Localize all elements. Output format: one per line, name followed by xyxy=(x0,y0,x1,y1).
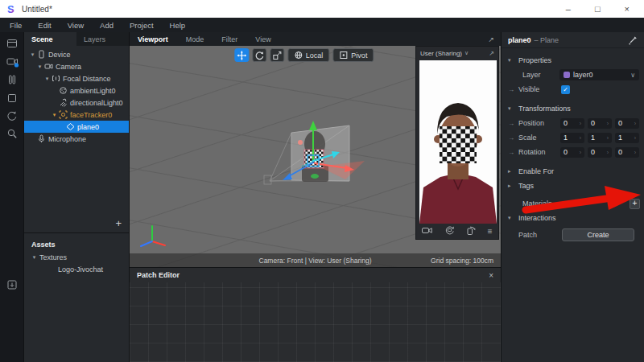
create-patch-button[interactable]: Create xyxy=(562,228,634,241)
menu-view[interactable]: View xyxy=(60,21,92,30)
title-bar: S Untitled* – □ × xyxy=(0,0,644,18)
asset-group-textures[interactable]: ▾ Textures xyxy=(24,251,129,263)
position-x-field[interactable]: 0› xyxy=(560,118,584,129)
tree-item-device[interactable]: ▾ Device xyxy=(24,48,129,60)
device-icon xyxy=(37,50,46,59)
preview-menu-icon[interactable]: ≡ xyxy=(488,227,493,236)
layer-swatch xyxy=(564,72,570,78)
expander-icon[interactable]: ▾ xyxy=(29,51,36,58)
minimize-button[interactable]: – xyxy=(566,5,571,14)
expander-icon[interactable]: ▾ xyxy=(508,57,514,64)
rotation-x-field[interactable]: 0› xyxy=(560,147,584,158)
scene-column: Scene Layers ▾ Device ▾ Camera ▾ Focal D… xyxy=(24,32,129,362)
asset-item-logo-jivochat[interactable]: Logo-Jivochat xyxy=(24,263,129,275)
switch-camera-icon[interactable] xyxy=(444,225,455,237)
menu-file[interactable]: File xyxy=(2,21,30,30)
tab-view[interactable]: View xyxy=(246,35,279,43)
patches-icon[interactable] xyxy=(6,74,18,85)
scale-tool-button[interactable] xyxy=(270,48,284,62)
section-enable-for[interactable]: ▸ Enable For xyxy=(502,164,644,179)
menu-project[interactable]: Project xyxy=(122,21,162,30)
move-tool-button[interactable] xyxy=(234,48,249,62)
tree-item-label: faceTracker0 xyxy=(70,111,112,119)
shapes-icon[interactable] xyxy=(6,93,18,104)
tab-layers[interactable]: Layers xyxy=(76,32,129,46)
rotate-tool-button[interactable] xyxy=(252,48,266,62)
add-object-button[interactable]: + xyxy=(115,218,122,228)
expander-icon[interactable]: ▸ xyxy=(508,183,514,189)
visible-checkbox[interactable]: ✓ xyxy=(561,85,570,94)
add-material-button[interactable]: + xyxy=(630,199,640,209)
tree-item-face-tracker[interactable]: ▾ faceTracker0 xyxy=(24,109,129,121)
scale-z-field[interactable]: 1› xyxy=(615,133,639,143)
close-button[interactable]: × xyxy=(625,5,630,14)
expander-icon[interactable]: ▾ xyxy=(31,254,38,261)
tree-item-ambient-light[interactable]: ambientLight0 xyxy=(24,84,129,97)
scale-y-field[interactable]: 1› xyxy=(588,133,612,143)
stepper-icon: › xyxy=(634,150,636,155)
patch-editor-panel: Patch Editor × xyxy=(130,267,501,362)
tree-item-directional-light[interactable]: directionalLight0 xyxy=(24,97,129,109)
tab-scene[interactable]: Scene xyxy=(24,32,76,46)
restart-icon[interactable] xyxy=(6,110,18,121)
expander-icon[interactable]: ▾ xyxy=(36,64,43,70)
expander-icon[interactable]: ▾ xyxy=(508,105,514,112)
rotation-y-field[interactable]: 0› xyxy=(588,147,612,158)
rotation-label: Rotation xyxy=(518,148,560,156)
position-y-field[interactable]: 0› xyxy=(588,118,612,129)
viewport-3d[interactable]: Local Pivot User (Sharing) ∨ ↗ xyxy=(130,46,501,267)
patch-editor-close-icon[interactable]: × xyxy=(489,271,493,280)
section-properties[interactable]: ▾ Properties xyxy=(502,53,644,68)
tree-item-label: ambientLight0 xyxy=(70,87,116,95)
focal-distance-icon xyxy=(52,74,60,83)
section-tags[interactable]: ▸ Tags xyxy=(502,179,644,193)
preview-source-select[interactable]: User (Sharing) xyxy=(420,50,462,57)
viewport-popout-icon[interactable]: ↗ xyxy=(488,35,494,43)
tree-item-microphone[interactable]: Microphone xyxy=(24,133,129,145)
scene-tree: ▾ Device ▾ Camera ▾ Focal Distance ambie… xyxy=(24,46,129,233)
tab-mode[interactable]: Mode xyxy=(177,35,213,43)
tree-item-camera[interactable]: ▾ Camera xyxy=(24,60,129,72)
patch-editor-title: Patch Editor xyxy=(137,271,180,279)
scale-x-field[interactable]: 1› xyxy=(560,133,584,143)
menu-add[interactable]: Add xyxy=(92,21,122,30)
patch-row: Patch Create xyxy=(502,227,644,243)
inspector-actions-icon[interactable] xyxy=(628,35,638,45)
tree-item-plane0[interactable]: plane0 xyxy=(24,121,129,133)
pivot-button[interactable]: Pivot xyxy=(332,48,374,62)
menu-help[interactable]: Help xyxy=(162,21,194,30)
layout-panels-icon[interactable] xyxy=(6,38,18,49)
section-interactions[interactable]: ▾ Interactions xyxy=(502,211,644,225)
section-label: Tags xyxy=(518,182,534,190)
patch-expose-icon[interactable]: → xyxy=(508,134,518,142)
ambient-light-icon xyxy=(59,86,68,95)
rotate-device-icon[interactable] xyxy=(466,225,476,237)
grid-spacing-status: Grid spacing: 100cm xyxy=(431,257,493,265)
stepper-icon: › xyxy=(580,121,581,126)
expander-icon[interactable]: ▾ xyxy=(51,112,58,118)
rotation-z-field[interactable]: 0› xyxy=(615,147,639,158)
patch-expose-icon[interactable]: → xyxy=(508,149,518,156)
expander-icon[interactable]: ▾ xyxy=(508,215,514,221)
simulator-camera-icon[interactable] xyxy=(6,56,18,67)
tree-item-focal-distance[interactable]: ▾ Focal Distance xyxy=(24,72,129,84)
preview-popout-icon[interactable]: ↗ xyxy=(489,50,494,57)
expander-icon[interactable]: ▸ xyxy=(508,168,514,175)
search-icon[interactable] xyxy=(6,128,18,139)
layer-select[interactable]: layer0 ∨ xyxy=(559,69,639,80)
patch-editor-canvas[interactable] xyxy=(130,282,501,362)
camera-preview-panel: User (Sharing) ∨ ↗ xyxy=(415,46,499,240)
patch-expose-icon[interactable]: → xyxy=(508,120,518,127)
maximize-button[interactable]: □ xyxy=(595,5,601,14)
position-z-field[interactable]: 0› xyxy=(615,118,639,129)
section-transformations[interactable]: ▾ Transformations xyxy=(502,101,644,116)
preview-camera-icon[interactable] xyxy=(422,226,432,237)
local-space-button[interactable]: Local xyxy=(287,48,330,62)
expander-icon[interactable]: ▾ xyxy=(43,76,51,82)
import-export-icon[interactable] xyxy=(6,279,18,290)
menu-edit[interactable]: Edit xyxy=(30,21,59,30)
rotate-icon xyxy=(254,51,264,60)
tab-filter[interactable]: Filter xyxy=(213,35,246,43)
tab-viewport[interactable]: Viewport xyxy=(138,35,177,43)
patch-expose-icon[interactable]: → xyxy=(508,86,518,93)
